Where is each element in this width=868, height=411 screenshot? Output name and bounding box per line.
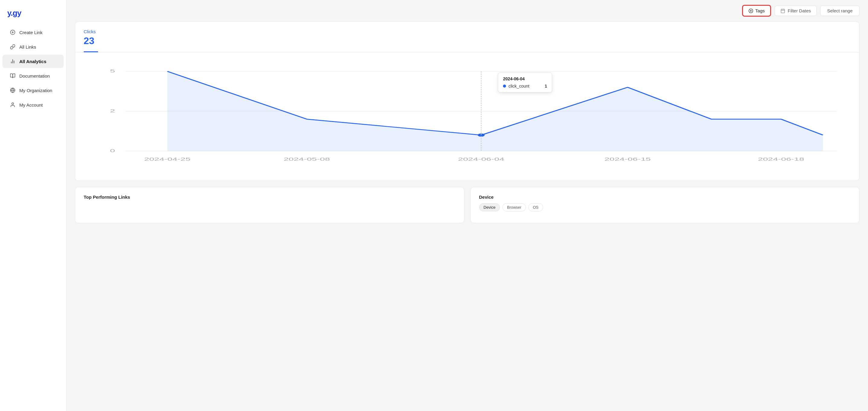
svg-text:2024-06-15: 2024-06-15 (604, 157, 651, 161)
all-analytics-icon (10, 58, 16, 64)
svg-text:0: 0 (110, 149, 115, 153)
chart-divider (75, 52, 859, 53)
documentation-label: Documentation (19, 74, 50, 79)
top-performing-links-title: Top Performing Links (84, 195, 456, 200)
svg-text:2024-05-08: 2024-05-08 (283, 157, 330, 161)
svg-text:2: 2 (110, 109, 115, 113)
svg-point-8 (12, 103, 13, 105)
clicks-chart-card: Clicks 23 5 2 0 (75, 22, 860, 181)
my-organization-label: My Organization (19, 88, 52, 93)
tags-label: Tags (755, 8, 765, 13)
device-tabs: Device Browser OS (479, 203, 851, 211)
sidebar-item-my-organization[interactable]: My Organization (2, 84, 64, 97)
svg-text:5: 5 (110, 69, 115, 74)
clicks-label: Clicks (84, 29, 851, 34)
device-tab-device[interactable]: Device (479, 203, 500, 211)
logo: y.gy (0, 0, 66, 25)
chart-svg: 5 2 0 2024-04-25 2024-05-08 2024-06-04 2… (84, 59, 851, 173)
all-links-label: All Links (19, 45, 36, 50)
sidebar-item-documentation[interactable]: Documentation (2, 69, 64, 83)
sidebar-item-my-account[interactable]: My Account (2, 98, 64, 112)
svg-text:2024-06-04: 2024-06-04 (458, 157, 504, 161)
calendar-icon (780, 8, 785, 13)
plus-circle-icon (748, 8, 753, 13)
device-card: Device Device Browser OS (470, 187, 860, 223)
sidebar: y.gy Create Link All Links All Analytics (0, 0, 66, 411)
filter-dates-label: Filter Dates (788, 8, 811, 13)
device-tab-os[interactable]: OS (528, 203, 543, 211)
topbar: Tags Filter Dates Select range (66, 0, 868, 22)
filter-dates-button[interactable]: Filter Dates (775, 5, 817, 16)
main-content-area: Clicks 23 5 2 0 (66, 22, 868, 411)
sidebar-item-all-analytics[interactable]: All Analytics (2, 55, 64, 68)
my-account-label: My Account (19, 102, 43, 108)
all-links-icon (10, 44, 16, 50)
sidebar-item-all-links[interactable]: All Links (2, 40, 64, 54)
clicks-value: 23 (84, 35, 851, 47)
my-organization-icon (10, 87, 16, 93)
tags-button[interactable]: Tags (742, 5, 771, 17)
main-content: Tags Filter Dates Select range Clicks 23 (66, 0, 868, 411)
svg-text:2024-06-18: 2024-06-18 (758, 157, 804, 161)
select-range-label: Select range (827, 8, 852, 13)
device-title: Device (479, 195, 851, 200)
documentation-icon (10, 73, 16, 79)
svg-rect-12 (781, 9, 785, 13)
create-link-icon (10, 29, 16, 35)
all-analytics-label: All Analytics (19, 59, 46, 64)
my-account-icon (10, 102, 16, 108)
bottom-cards-row: Top Performing Links Device Device Brows… (75, 187, 860, 223)
sidebar-item-create-link[interactable]: Create Link (2, 26, 64, 39)
svg-text:2024-04-25: 2024-04-25 (144, 157, 190, 161)
top-performing-links-card: Top Performing Links (75, 187, 464, 223)
line-chart: 5 2 0 2024-04-25 2024-05-08 2024-06-04 2… (84, 59, 851, 173)
select-range-button[interactable]: Select range (820, 5, 860, 16)
create-link-label: Create Link (19, 30, 42, 35)
device-tab-browser[interactable]: Browser (502, 203, 526, 211)
